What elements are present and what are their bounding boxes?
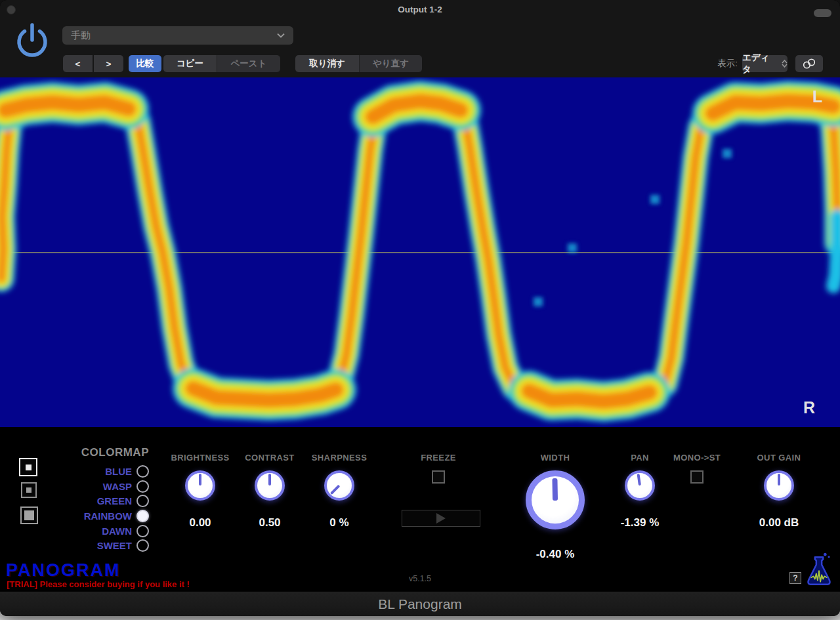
view-mode-value: エディタ [742, 52, 776, 75]
undo-button[interactable]: 取り消す [295, 55, 360, 72]
colormap-label-rainbow: RAINBOW [84, 510, 132, 522]
out-gain-label: OUT GAIN [730, 453, 828, 463]
colormap-label-dawn: DAWN [102, 526, 132, 537]
pan-knob[interactable] [625, 470, 655, 501]
link-button[interactable] [795, 55, 823, 72]
compare-button[interactable]: 比較 [129, 55, 161, 72]
brightness-knob[interactable] [185, 470, 215, 501]
freeze-label: FREEZE [386, 453, 491, 463]
link-icon [802, 58, 816, 70]
chevron-down-icon [277, 33, 285, 38]
colormap-row: RAINBOW [13, 508, 149, 524]
freeze-checkbox[interactable] [432, 470, 445, 484]
colormap-title: COLORMAP [39, 446, 149, 459]
plugin-name: BL Panogram [0, 592, 840, 616]
mono-st-checkbox[interactable] [690, 470, 704, 484]
colormap-label-sweet: SWEET [97, 540, 132, 551]
bubble-icon [824, 553, 827, 556]
width-knob[interactable] [526, 470, 585, 529]
panogram-display[interactable]: L R [0, 77, 840, 427]
control-panel: COLORMAP BLUEWASPGREENRAINBOWDAWNSWEET B… [0, 427, 840, 591]
titlebar: Output 1-2 [0, 0, 840, 21]
channel-right-label: R [803, 398, 815, 417]
stereo-center-line [0, 252, 840, 253]
colormap-row: GREEN [13, 493, 149, 508]
redo-button[interactable]: やり直す [360, 55, 422, 72]
width-value: -0.40 % [503, 548, 608, 561]
out-gain-value: 0.00 dB [730, 516, 828, 529]
view-mode-select[interactable]: エディタ [742, 55, 788, 72]
colormap-radio-dawn[interactable] [136, 525, 149, 537]
channel-left-label: L [812, 87, 822, 106]
window-proxy-capsule[interactable] [814, 9, 831, 17]
colormap-label-blue: BLUE [105, 466, 132, 477]
colormap-row: WASP [13, 479, 149, 494]
colormap-radio-blue[interactable] [136, 465, 149, 478]
contrast-knob[interactable] [255, 470, 285, 501]
colormap-row: SWEET [13, 538, 149, 553]
colormap-list: BLUEWASPGREENRAINBOWDAWNSWEET [13, 464, 149, 553]
preset-value: 手動 [71, 30, 277, 42]
noise-blob [534, 297, 543, 306]
prev-preset-button[interactable]: < [63, 55, 93, 72]
help-button[interactable]: ? [789, 572, 801, 584]
bubble-icon [828, 556, 830, 558]
preset-dropdown[interactable]: 手動 [62, 26, 293, 45]
colormap-row: BLUE [13, 464, 149, 479]
view-label: 表示: [714, 55, 738, 72]
plugin-footer: BL Panogram [0, 591, 840, 616]
copy-button[interactable]: コピー [163, 55, 217, 72]
play-icon [436, 513, 446, 524]
colormap-radio-sweet[interactable] [136, 539, 149, 552]
panogram-scope: L R [0, 77, 840, 427]
out-gain-knob[interactable] [764, 470, 794, 501]
noise-blob [568, 243, 577, 253]
next-preset-button[interactable]: > [94, 55, 123, 72]
noise-blob [650, 195, 660, 204]
colormap-radio-green[interactable] [136, 495, 149, 507]
sharpness-knob[interactable] [324, 470, 354, 501]
plugin-window: Output 1-2 手動 < > 比較 コピー ペースト 取り消す やり直す … [0, 0, 840, 616]
colormap-label-green: GREEN [97, 495, 132, 506]
noise-blob [723, 149, 732, 158]
pan-value: -1.39 % [591, 516, 689, 529]
popup-chevrons-icon [782, 60, 788, 68]
window-title: Output 1-2 [0, 0, 840, 21]
colormap-radio-wasp[interactable] [136, 480, 149, 493]
plugin-header: 手動 < > 比較 コピー ペースト 取り消す やり直す 表示: エディタ [0, 21, 840, 77]
bluelab-flask-logo[interactable] [805, 552, 833, 590]
colormap-radio-rainbow[interactable] [136, 510, 149, 522]
colormap-label-wasp: WASP [103, 481, 132, 492]
paste-button[interactable]: ペースト [217, 55, 280, 72]
freeze-play-button[interactable] [402, 510, 480, 527]
sharpness-label: SHARPNESS [290, 453, 388, 463]
version-label: v5.1.5 [0, 574, 840, 583]
sharpness-value: 0 % [290, 516, 388, 529]
colormap-row: DAWN [13, 524, 149, 539]
